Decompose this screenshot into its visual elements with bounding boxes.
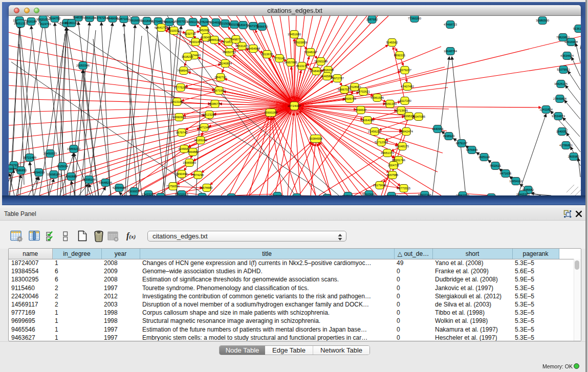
svg-text:43699577: 43699577 [127,190,141,193]
svg-text:2805982: 2805982 [568,155,580,158]
svg-text:2004711: 2004711 [388,164,399,167]
svg-text:5674680: 5674680 [201,186,213,189]
svg-text:4586850: 4586850 [15,169,27,172]
svg-text:80957015: 80957015 [175,20,188,23]
svg-text:9136193: 9136193 [573,27,581,30]
svg-text:42786801: 42786801 [559,144,573,147]
svg-text:36183242: 36183242 [194,139,207,142]
svg-text:7816184: 7816184 [26,20,37,23]
svg-text:0842710: 0842710 [215,76,227,79]
svg-text:27849808: 27849808 [553,97,567,100]
svg-text:27028951: 27028951 [348,85,361,89]
svg-text:5045562: 5045562 [386,41,398,44]
svg-text:26916697: 26916697 [128,19,142,22]
svg-text:28498776: 28498776 [229,38,243,41]
svg-text:71093248: 71093248 [314,60,328,63]
svg-text:7826398: 7826398 [322,69,334,72]
svg-text:53773515: 53773515 [397,187,410,190]
svg-text:18724007: 18724007 [287,104,301,107]
svg-text:21047095: 21047095 [412,115,425,118]
svg-text:72624731: 72624731 [38,23,51,26]
svg-text:78091343: 78091343 [383,102,397,105]
svg-text:36713695: 36713695 [395,109,408,112]
svg-text:8267586: 8267586 [387,173,399,177]
svg-text:7452991: 7452991 [199,29,210,32]
svg-text:4893252: 4893252 [164,20,176,24]
svg-text:12411824: 12411824 [539,108,553,111]
svg-text:26179640: 26179640 [373,184,386,187]
svg-text:47775204: 47775204 [174,86,188,89]
svg-text:7594647: 7594647 [355,108,367,112]
svg-text:11671902: 11671902 [212,89,225,92]
svg-text:87603859: 87603859 [294,41,307,44]
svg-text:35240824: 35240824 [219,62,232,65]
svg-text:62704828: 62704828 [151,20,165,23]
svg-text:8938923: 8938923 [443,135,455,138]
svg-text:49972787: 49972787 [331,77,344,80]
svg-text:8471636: 8471636 [500,172,512,175]
svg-text:64990913: 64990913 [172,116,186,119]
svg-text:20053346: 20053346 [76,64,90,67]
svg-text:38721489: 38721489 [23,156,36,159]
svg-text:16117240: 16117240 [398,99,411,102]
svg-text:8692221: 8692221 [394,54,406,57]
svg-text:65648236: 65648236 [99,181,112,184]
svg-text:38425135: 38425135 [554,82,568,85]
svg-text:16048175: 16048175 [396,145,409,148]
svg-text:47407482: 47407482 [401,85,414,88]
svg-text:4060883: 4060883 [66,175,77,178]
svg-text:44064090: 44064090 [361,119,374,122]
svg-text:8849696: 8849696 [107,17,119,20]
svg-text:10654112: 10654112 [509,180,522,183]
svg-text:53767242: 53767242 [95,16,108,19]
svg-text:3164752: 3164752 [49,17,61,20]
svg-text:9413186: 9413186 [171,100,183,103]
svg-text:7464887: 7464887 [187,150,199,154]
svg-text:27484677: 27484677 [310,70,323,73]
svg-text:5310033: 5310033 [168,29,180,32]
svg-text:43534624: 43534624 [560,54,574,57]
svg-text:4294019: 4294019 [33,171,45,174]
svg-text:15869232: 15869232 [67,147,80,150]
svg-text:6025634: 6025634 [57,165,69,168]
svg-text:63605766: 63605766 [343,97,356,100]
svg-text:47468723: 47468723 [444,23,457,26]
svg-text:58842474: 58842474 [400,130,413,133]
svg-text:3518233: 3518233 [182,55,193,58]
svg-text:9474444: 9474444 [466,148,478,151]
svg-text:05865185: 05865185 [208,38,221,41]
svg-text:7648350: 7648350 [73,16,84,19]
svg-text:19384554: 19384554 [309,137,323,140]
svg-text:1656670: 1656670 [256,25,268,28]
svg-text:70348247: 70348247 [304,51,317,54]
svg-text:9232719: 9232719 [184,32,196,35]
svg-text:1440954: 1440954 [432,127,444,130]
svg-text:15900283: 15900283 [264,111,277,114]
svg-text:35454948: 35454948 [247,47,260,50]
svg-text:0564139: 0564139 [84,16,96,19]
svg-text:6879197: 6879197 [456,142,468,145]
svg-text:16648784: 16648784 [444,50,458,53]
svg-text:77360260: 77360260 [408,17,421,20]
svg-text:15451680: 15451680 [288,33,301,36]
svg-text:45961586: 45961586 [371,96,384,99]
svg-text:20450533: 20450533 [43,152,57,155]
svg-text:8313678: 8313678 [262,53,273,56]
svg-text:99650752: 99650752 [223,51,236,54]
svg-text:61595148: 61595148 [82,178,96,181]
svg-text:74989413: 74989413 [177,69,190,72]
svg-text:62994680: 62994680 [113,186,126,189]
svg-text:4471349: 4471349 [199,126,210,129]
svg-text:81080132: 81080132 [65,21,78,25]
svg-text:0679740: 0679740 [176,131,188,134]
svg-text:64641708: 64641708 [155,26,168,29]
svg-text:18702621: 18702621 [357,90,370,93]
svg-text:31931491: 31931491 [189,40,202,43]
svg-text:7770143: 7770143 [274,57,286,60]
svg-text:34123281: 34123281 [203,113,216,116]
svg-text:1640052: 1640052 [556,130,568,133]
svg-text:19065940: 19065940 [183,161,196,164]
svg-text:90916998: 90916998 [564,40,578,43]
svg-text:21456232: 21456232 [368,130,381,133]
svg-text:34957885: 34957885 [284,61,297,64]
